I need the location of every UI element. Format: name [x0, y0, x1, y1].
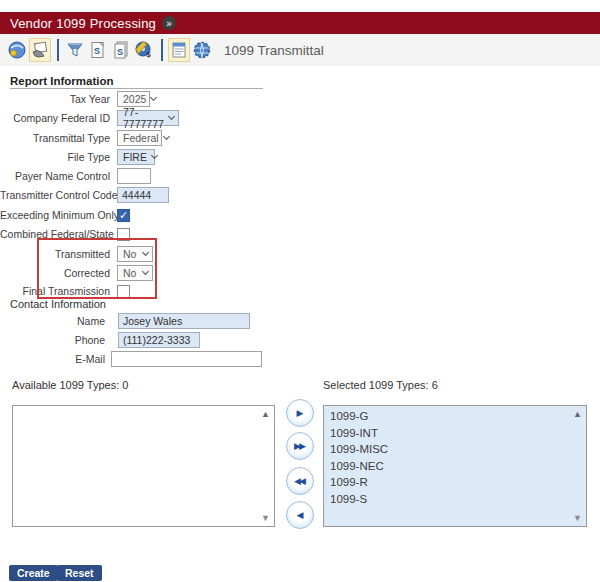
contact-name-label: Name [0, 315, 105, 327]
contact-email-row: E-Mail [0, 351, 262, 367]
document-s-icon[interactable]: S [87, 38, 109, 62]
move-right-button[interactable]: ▶ [286, 399, 314, 427]
transmitted-label: Transmitted [0, 248, 110, 260]
company-federal-id-row: Company Federal ID 77-7777777 [0, 110, 179, 126]
contact-email-label: E-Mail [0, 353, 105, 365]
svg-text:S: S [117, 47, 123, 57]
transmittal-type-select[interactable]: Federal [117, 130, 162, 146]
contact-name-input[interactable] [118, 313, 250, 329]
move-right-icon: ▶ [297, 408, 302, 418]
combined-federal-state-label: Combined Federal/State [0, 228, 110, 240]
exceeding-minimum-only-checkbox[interactable] [117, 209, 130, 222]
corrected-label: Corrected [0, 267, 110, 279]
report-information-header: Report Information [10, 75, 114, 87]
chevron-down-icon [142, 249, 149, 256]
payer-name-control-row: Payer Name Control [0, 168, 151, 184]
section-divider [10, 88, 263, 89]
toolbar: S S $ [0, 34, 600, 66]
contact-email-input[interactable] [111, 351, 262, 367]
create-button[interactable]: Create [9, 565, 58, 581]
selected-types-listbox[interactable]: 1099-G 1099-INT 1099-MISC 1099-NEC 1099-… [323, 405, 587, 527]
toolbar-separator [161, 39, 163, 61]
disk-dollar-icon[interactable]: $ [133, 38, 155, 62]
available-types-items [13, 406, 274, 408]
svg-text:$: $ [146, 50, 151, 59]
chevron-down-icon [150, 94, 157, 101]
toolbar-separator [57, 39, 59, 61]
move-left-icon: ◀ [297, 510, 302, 520]
transmitted-select[interactable]: No [117, 246, 153, 262]
corrected-row: Corrected No [0, 265, 153, 281]
selected-types-label: Selected 1099 Types: 6 [323, 379, 438, 391]
report-grid-icon[interactable] [168, 38, 190, 62]
exceeding-minimum-only-label: Exceeding Minimum Only [0, 209, 110, 221]
svg-text:S: S [94, 46, 100, 56]
expand-chevron-icon[interactable]: » [162, 16, 176, 30]
list-item[interactable]: 1099-G [330, 408, 586, 425]
hand-template-icon[interactable] [29, 38, 51, 62]
available-types-label: Available 1099 Types: 0 [12, 379, 128, 391]
list-item[interactable]: 1099-INT [330, 425, 586, 442]
move-all-left-icon: ◀◀ [294, 476, 304, 486]
process-gear-icon[interactable] [191, 38, 213, 62]
payer-name-control-label: Payer Name Control [0, 170, 110, 182]
contact-phone-label: Phone [0, 334, 105, 346]
final-transmission-row: Final Transmission [0, 283, 130, 299]
move-left-button[interactable]: ◀ [286, 501, 314, 529]
contact-information-header: Contact Information [10, 298, 106, 310]
final-transmission-label: Final Transmission [0, 285, 110, 297]
transmittal-type-row: Transmittal Type Federal [0, 130, 162, 146]
filter-funnel-icon[interactable] [64, 38, 86, 62]
screen-title: 1099 Transmittal [224, 43, 324, 58]
title-bar: Vendor 1099 Processing » [0, 12, 600, 34]
list-item[interactable]: 1099-S [330, 491, 586, 508]
transmitter-control-code-label: Transmitter Control Code [0, 189, 110, 201]
scroll-down-icon[interactable]: ▼ [573, 513, 582, 523]
contact-name-row: Name [0, 313, 250, 329]
corrected-select[interactable]: No [117, 265, 153, 281]
page-title: Vendor 1099 Processing [10, 16, 156, 31]
combined-federal-state-row: Combined Federal/State [0, 226, 130, 242]
selected-types-items: 1099-G 1099-INT 1099-MISC 1099-NEC 1099-… [324, 406, 586, 507]
transmitted-row: Transmitted No [0, 246, 153, 262]
scroll-up-icon[interactable]: ▲ [573, 409, 582, 419]
scroll-up-icon[interactable]: ▲ [261, 409, 270, 419]
contact-phone-row: Phone [0, 332, 200, 348]
documents-s-icon[interactable]: S [110, 38, 132, 62]
company-federal-id-label: Company Federal ID [0, 112, 110, 124]
scroll-down-icon[interactable]: ▼ [261, 513, 270, 523]
final-transmission-checkbox[interactable] [117, 285, 130, 298]
move-all-left-button[interactable]: ◀◀ [286, 467, 314, 495]
transmittal-type-label: Transmittal Type [0, 132, 110, 144]
company-federal-id-select[interactable]: 77-7777777 [117, 110, 179, 126]
list-item[interactable]: 1099-MISC [330, 441, 586, 458]
contact-phone-input[interactable] [118, 332, 200, 348]
file-type-select[interactable]: FIRE [117, 149, 155, 165]
globe-clock-icon[interactable] [6, 38, 28, 62]
chevron-down-icon [151, 152, 158, 159]
tax-year-row: Tax Year 2025 [0, 91, 150, 107]
file-type-row: File Type FIRE [0, 149, 155, 165]
chevron-down-icon [163, 133, 170, 140]
available-types-listbox[interactable]: ▲ ▼ [12, 405, 275, 527]
transmitter-control-code-input[interactable] [117, 187, 169, 203]
combined-federal-state-checkbox[interactable] [117, 228, 130, 241]
transmitter-control-code-row: Transmitter Control Code [0, 187, 169, 203]
file-type-label: File Type [0, 151, 110, 163]
payer-name-control-input[interactable] [117, 168, 151, 184]
chevron-down-icon [168, 113, 175, 120]
tax-year-select[interactable]: 2025 [117, 91, 150, 107]
move-all-right-button[interactable]: ▶▶ [286, 432, 314, 460]
reset-button[interactable]: Reset [57, 565, 102, 581]
chevron-down-icon [142, 268, 149, 275]
list-item[interactable]: 1099-R [330, 474, 586, 491]
list-item[interactable]: 1099-NEC [330, 458, 586, 475]
exceeding-minimum-only-row: Exceeding Minimum Only [0, 207, 130, 223]
tax-year-label: Tax Year [0, 93, 110, 105]
vendor-1099-processing-window: Vendor 1099 Processing » [0, 0, 600, 582]
move-all-right-icon: ▶▶ [294, 441, 304, 451]
